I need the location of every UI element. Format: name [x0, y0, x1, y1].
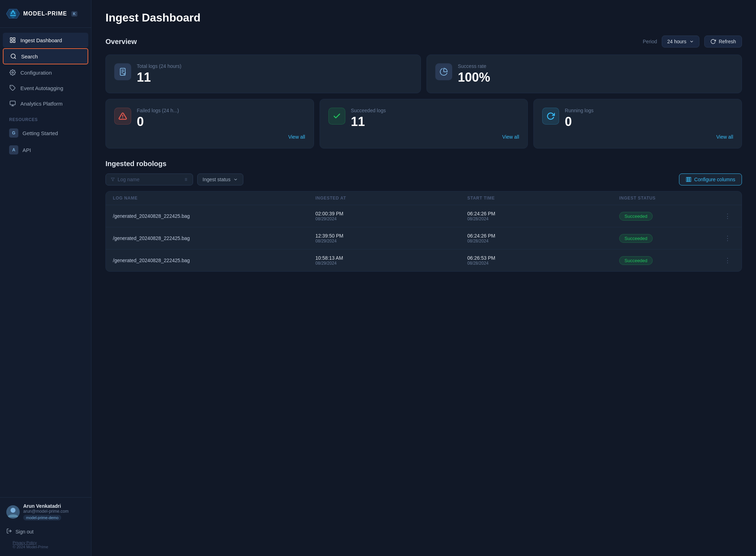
- sidebar-item-search[interactable]: Search: [3, 48, 88, 64]
- period-select[interactable]: 24 hours: [662, 36, 699, 48]
- row-actions-0[interactable]: ⋮: [720, 212, 735, 220]
- success-rate-info: Success rate 100%: [458, 63, 490, 84]
- user-name: Arun Venkatadri: [23, 503, 85, 509]
- cell-log-name-0: /generated_20240828_222425.bag: [113, 213, 315, 219]
- search-nav-icon: [10, 53, 17, 60]
- configure-columns-label: Configure columns: [694, 177, 735, 182]
- sidebar-item-label-getting-started: Getting Started: [23, 130, 58, 136]
- filter-icon: [111, 177, 115, 182]
- succeeded-logs-icon: [328, 108, 345, 125]
- filter-left: Ingest status: [105, 173, 243, 185]
- table-row: /generated_20240828_222425.bag 02:00:39 …: [106, 205, 742, 227]
- tag-icon: [9, 84, 16, 91]
- svg-rect-29: [688, 177, 689, 182]
- cell-start-time-1: 06:24:26 PM 08/28/2024: [467, 233, 619, 244]
- sidebar-item-getting-started[interactable]: G Getting Started: [3, 125, 88, 141]
- sidebar-item-configuration[interactable]: Configuration: [3, 65, 88, 80]
- sort-icon: [184, 177, 188, 182]
- sidebar-item-label-autotagging: Event Autotagging: [20, 85, 63, 91]
- log-name-filter[interactable]: [105, 173, 193, 185]
- succeeded-logs-label: Succeeded logs: [351, 108, 386, 113]
- succeeded-view-all[interactable]: View all: [328, 134, 519, 140]
- sidebar-item-analytics[interactable]: Analytics Platform: [3, 96, 88, 111]
- running-view-all[interactable]: View all: [542, 134, 733, 140]
- refresh-label: Refresh: [719, 39, 736, 44]
- svg-point-13: [11, 508, 15, 513]
- start-time-0: 06:24:26 PM: [467, 211, 619, 216]
- period-label: Period: [643, 39, 657, 44]
- col-ingested-at: INGESTED AT: [315, 196, 467, 201]
- logo-icon: [6, 7, 20, 20]
- copyright-text: © 2024 Model-Prime: [13, 545, 48, 549]
- cell-status-0: Succeeded: [619, 212, 720, 221]
- running-logs-value: 0: [565, 115, 594, 129]
- svg-rect-30: [690, 177, 691, 182]
- cell-ingested-at-2: 10:58:13 AM 08/29/2024: [315, 255, 467, 266]
- resources-label: Resources: [0, 112, 91, 124]
- col-start-time: START TIME: [467, 196, 619, 201]
- refresh-button[interactable]: Refresh: [704, 36, 742, 48]
- status-filter-dropdown[interactable]: Ingest status: [197, 173, 243, 185]
- cell-log-name-1: /generated_20240828_222425.bag: [113, 235, 315, 241]
- svg-rect-9: [10, 101, 15, 105]
- cell-start-time-0: 06:24:26 PM 08/28/2024: [467, 211, 619, 221]
- cell-status-2: Succeeded: [619, 256, 720, 265]
- sign-out-button[interactable]: Sign out: [6, 525, 85, 538]
- start-time-1: 06:24:26 PM: [467, 233, 619, 239]
- svg-rect-3: [13, 41, 15, 43]
- table-row: /generated_20240828_222425.bag 10:58:13 …: [106, 249, 742, 271]
- table-filters: Ingest status Configure columns: [105, 173, 742, 185]
- total-logs-value: 11: [137, 70, 181, 84]
- svg-rect-28: [686, 177, 687, 182]
- status-badge: Succeeded: [619, 256, 653, 265]
- api-avatar: A: [9, 145, 18, 154]
- status-badge: Succeeded: [619, 234, 653, 243]
- col-ingest-status: INGEST STATUS: [619, 196, 720, 201]
- status-filter-label: Ingest status: [203, 177, 230, 182]
- failed-view-all[interactable]: View all: [114, 134, 305, 140]
- total-logs-icon: [114, 63, 131, 80]
- start-time-2: 06:26:53 PM: [467, 255, 619, 261]
- start-date-0: 08/28/2024: [467, 216, 619, 221]
- table-row: /generated_20240828_222425.bag 12:39:50 …: [106, 227, 742, 249]
- failed-logs-icon: [114, 108, 131, 125]
- svg-rect-4: [10, 41, 12, 43]
- sidebar-item-ingest-dashboard[interactable]: Ingest Dashboard: [3, 33, 88, 48]
- start-date-2: 08/28/2024: [467, 261, 619, 266]
- sidebar-item-api[interactable]: A API: [3, 142, 88, 158]
- ingested-date-1: 08/29/2024: [315, 239, 467, 244]
- log-name-input[interactable]: [118, 177, 181, 182]
- sidebar-footer: Arun Venkatadri arun@model-prime.com mod…: [0, 497, 91, 556]
- sidebar-item-label-search: Search: [21, 53, 38, 59]
- bottom-cards: Failed logs (24 h...) 0 View all Succeed…: [105, 99, 742, 149]
- refresh-icon: [710, 39, 716, 44]
- sidebar-item-autotagging[interactable]: Event Autotagging: [3, 81, 88, 95]
- sidebar-logo: MODEL-PRIME K: [0, 0, 91, 28]
- svg-point-7: [12, 72, 14, 74]
- card-failed-logs: Failed logs (24 h...) 0 View all: [105, 99, 314, 149]
- running-logs-icon: [542, 108, 559, 125]
- row-actions-1[interactable]: ⋮: [720, 234, 735, 242]
- chart-icon: [9, 100, 16, 107]
- chevron-down-icon: [689, 39, 694, 44]
- sidebar-item-label-api: API: [23, 147, 31, 153]
- total-logs-info: Total logs (24 hours) 11: [137, 63, 181, 84]
- table-header: LOG NAME INGESTED AT START TIME INGEST S…: [106, 191, 742, 205]
- svg-rect-1: [10, 38, 12, 39]
- ingested-date-0: 08/29/2024: [315, 216, 467, 221]
- columns-icon: [686, 177, 691, 182]
- start-date-1: 08/28/2024: [467, 239, 619, 244]
- configure-columns-button[interactable]: Configure columns: [679, 173, 742, 185]
- sidebar-item-label-ingest: Ingest Dashboard: [20, 37, 62, 43]
- ingested-time-2: 10:58:13 AM: [315, 255, 467, 261]
- ingested-time-0: 02:00:39 PM: [315, 211, 467, 216]
- card-total-logs: Total logs (24 hours) 11: [105, 55, 421, 93]
- gear-icon: [9, 69, 16, 76]
- success-rate-value: 100%: [458, 70, 490, 84]
- privacy-policy-link[interactable]: Privacy Policy: [13, 541, 37, 545]
- row-actions-2[interactable]: ⋮: [720, 257, 735, 264]
- svg-marker-21: [111, 178, 115, 181]
- user-badge: model-prime-demo: [23, 515, 61, 520]
- overview-title: Overview: [105, 38, 137, 46]
- cell-ingested-at-0: 02:00:39 PM 08/29/2024: [315, 211, 467, 221]
